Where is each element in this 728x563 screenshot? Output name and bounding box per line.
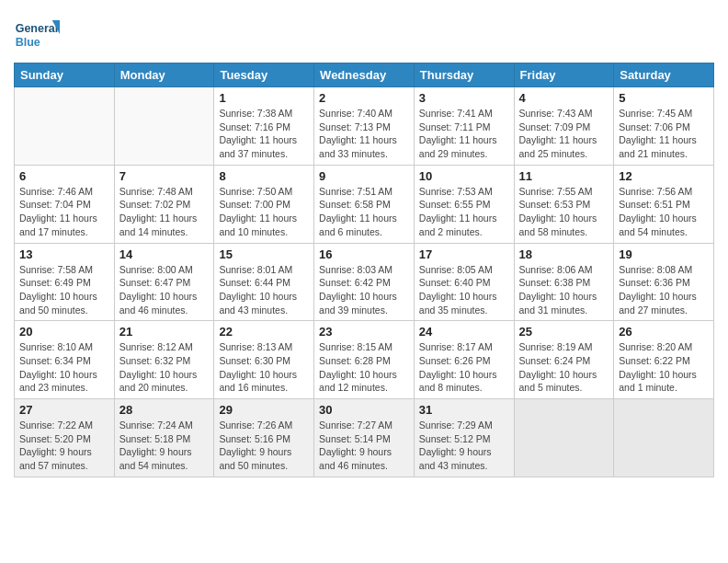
day-number: 19 [619, 247, 709, 261]
calendar-day-cell: 3Sunrise: 7:41 AM Sunset: 7:11 PM Daylig… [414, 87, 514, 166]
day-number: 10 [419, 169, 509, 183]
day-info: Sunrise: 7:56 AM Sunset: 6:51 PM Dayligh… [619, 185, 709, 239]
day-info: Sunrise: 7:24 AM Sunset: 5:18 PM Dayligh… [119, 419, 210, 473]
day-info: Sunrise: 8:08 AM Sunset: 6:36 PM Dayligh… [619, 263, 709, 317]
day-number: 22 [219, 325, 309, 339]
day-number: 17 [419, 247, 509, 261]
day-number: 31 [419, 403, 509, 417]
day-number: 8 [219, 169, 309, 183]
calendar-header-thursday: Thursday [414, 63, 514, 87]
calendar-week-row: 20Sunrise: 8:10 AM Sunset: 6:34 PM Dayli… [15, 321, 714, 399]
day-info: Sunrise: 8:10 AM Sunset: 6:34 PM Dayligh… [19, 340, 109, 395]
day-number: 15 [219, 247, 309, 261]
day-info: Sunrise: 8:20 AM Sunset: 6:22 PM Dayligh… [619, 340, 709, 395]
day-info: Sunrise: 8:15 AM Sunset: 6:28 PM Dayligh… [319, 340, 409, 395]
day-info: Sunrise: 7:46 AM Sunset: 7:04 PM Dayligh… [19, 185, 109, 239]
calendar-day-cell: 9Sunrise: 7:51 AM Sunset: 6:58 PM Daylig… [314, 165, 415, 243]
day-info: Sunrise: 7:48 AM Sunset: 7:02 PM Dayligh… [119, 185, 210, 239]
calendar-day-cell: 4Sunrise: 7:43 AM Sunset: 7:09 PM Daylig… [514, 87, 614, 166]
calendar-day-cell: 30Sunrise: 7:27 AM Sunset: 5:14 PM Dayli… [314, 399, 415, 477]
calendar-header-sunday: Sunday [15, 63, 115, 87]
calendar-day-cell: 5Sunrise: 7:45 AM Sunset: 7:06 PM Daylig… [614, 87, 714, 166]
calendar-day-cell: 29Sunrise: 7:26 AM Sunset: 5:16 PM Dayli… [214, 399, 314, 477]
day-info: Sunrise: 7:50 AM Sunset: 7:00 PM Dayligh… [219, 185, 309, 239]
day-number: 6 [19, 169, 109, 183]
calendar-day-cell: 8Sunrise: 7:50 AM Sunset: 7:00 PM Daylig… [214, 165, 314, 243]
calendar-table: SundayMondayTuesdayWednesdayThursdayFrid… [14, 63, 714, 477]
calendar-header-tuesday: Tuesday [214, 63, 314, 87]
calendar-header-saturday: Saturday [614, 63, 714, 87]
day-number: 24 [419, 325, 509, 339]
calendar-day-cell: 23Sunrise: 8:15 AM Sunset: 6:28 PM Dayli… [314, 321, 415, 399]
calendar-day-cell: 17Sunrise: 8:05 AM Sunset: 6:40 PM Dayli… [414, 243, 514, 321]
calendar-day-cell: 16Sunrise: 8:03 AM Sunset: 6:42 PM Dayli… [314, 243, 415, 321]
calendar-week-row: 1Sunrise: 7:38 AM Sunset: 7:16 PM Daylig… [15, 87, 714, 166]
calendar-day-cell: 7Sunrise: 7:48 AM Sunset: 7:02 PM Daylig… [114, 165, 214, 243]
logo-svg: General Blue [14, 14, 60, 55]
day-info: Sunrise: 7:40 AM Sunset: 7:13 PM Dayligh… [319, 107, 409, 161]
calendar-empty-cell [15, 87, 115, 166]
calendar-week-row: 6Sunrise: 7:46 AM Sunset: 7:04 PM Daylig… [15, 165, 714, 243]
calendar-header-wednesday: Wednesday [314, 63, 415, 87]
day-info: Sunrise: 8:05 AM Sunset: 6:40 PM Dayligh… [419, 263, 509, 317]
day-info: Sunrise: 8:03 AM Sunset: 6:42 PM Dayligh… [319, 263, 409, 317]
logo: General Blue [14, 14, 60, 55]
day-number: 27 [19, 403, 109, 417]
calendar-day-cell: 13Sunrise: 7:58 AM Sunset: 6:49 PM Dayli… [15, 243, 115, 321]
day-number: 7 [119, 169, 210, 183]
calendar-empty-cell [114, 87, 214, 166]
day-number: 4 [519, 91, 609, 105]
day-number: 28 [119, 403, 210, 417]
calendar-day-cell: 15Sunrise: 8:01 AM Sunset: 6:44 PM Dayli… [214, 243, 314, 321]
calendar-header-row: SundayMondayTuesdayWednesdayThursdayFrid… [15, 63, 714, 87]
day-info: Sunrise: 7:51 AM Sunset: 6:58 PM Dayligh… [319, 185, 409, 239]
svg-text:General: General [16, 22, 59, 35]
day-number: 23 [319, 325, 409, 339]
day-number: 11 [519, 169, 609, 183]
calendar-day-cell: 6Sunrise: 7:46 AM Sunset: 7:04 PM Daylig… [15, 165, 115, 243]
day-info: Sunrise: 7:22 AM Sunset: 5:20 PM Dayligh… [19, 419, 109, 473]
svg-text:Blue: Blue [16, 36, 40, 49]
day-info: Sunrise: 7:26 AM Sunset: 5:16 PM Dayligh… [219, 419, 309, 473]
day-info: Sunrise: 7:45 AM Sunset: 7:06 PM Dayligh… [619, 107, 709, 161]
day-number: 21 [119, 325, 210, 339]
day-number: 2 [319, 91, 409, 105]
calendar-day-cell: 20Sunrise: 8:10 AM Sunset: 6:34 PM Dayli… [15, 321, 115, 399]
day-number: 25 [519, 325, 609, 339]
calendar-day-cell: 26Sunrise: 8:20 AM Sunset: 6:22 PM Dayli… [614, 321, 714, 399]
day-number: 9 [319, 169, 409, 183]
day-info: Sunrise: 8:13 AM Sunset: 6:30 PM Dayligh… [219, 340, 309, 395]
calendar-day-cell: 28Sunrise: 7:24 AM Sunset: 5:18 PM Dayli… [114, 399, 214, 477]
calendar-day-cell: 31Sunrise: 7:29 AM Sunset: 5:12 PM Dayli… [414, 399, 514, 477]
day-info: Sunrise: 8:19 AM Sunset: 6:24 PM Dayligh… [519, 340, 609, 395]
day-number: 20 [19, 325, 109, 339]
day-info: Sunrise: 7:27 AM Sunset: 5:14 PM Dayligh… [319, 419, 409, 473]
day-number: 5 [619, 91, 709, 105]
day-info: Sunrise: 7:53 AM Sunset: 6:55 PM Dayligh… [419, 185, 509, 239]
calendar-header-friday: Friday [514, 63, 614, 87]
day-number: 26 [619, 325, 709, 339]
page-header: General Blue [14, 14, 714, 55]
day-number: 29 [219, 403, 309, 417]
calendar-empty-cell [514, 399, 614, 477]
calendar-day-cell: 10Sunrise: 7:53 AM Sunset: 6:55 PM Dayli… [414, 165, 514, 243]
day-info: Sunrise: 7:55 AM Sunset: 6:53 PM Dayligh… [519, 185, 609, 239]
day-number: 18 [519, 247, 609, 261]
calendar-day-cell: 24Sunrise: 8:17 AM Sunset: 6:26 PM Dayli… [414, 321, 514, 399]
day-number: 30 [319, 403, 409, 417]
day-info: Sunrise: 8:01 AM Sunset: 6:44 PM Dayligh… [219, 263, 309, 317]
day-info: Sunrise: 8:12 AM Sunset: 6:32 PM Dayligh… [119, 340, 210, 395]
day-info: Sunrise: 7:43 AM Sunset: 7:09 PM Dayligh… [519, 107, 609, 161]
day-number: 14 [119, 247, 210, 261]
calendar-empty-cell [614, 399, 714, 477]
calendar-day-cell: 18Sunrise: 8:06 AM Sunset: 6:38 PM Dayli… [514, 243, 614, 321]
day-info: Sunrise: 8:17 AM Sunset: 6:26 PM Dayligh… [419, 340, 509, 395]
day-number: 1 [219, 91, 309, 105]
day-info: Sunrise: 7:58 AM Sunset: 6:49 PM Dayligh… [19, 263, 109, 317]
calendar-day-cell: 14Sunrise: 8:00 AM Sunset: 6:47 PM Dayli… [114, 243, 214, 321]
calendar-day-cell: 1Sunrise: 7:38 AM Sunset: 7:16 PM Daylig… [214, 87, 314, 166]
calendar-day-cell: 19Sunrise: 8:08 AM Sunset: 6:36 PM Dayli… [614, 243, 714, 321]
day-number: 3 [419, 91, 509, 105]
calendar-header-monday: Monday [114, 63, 214, 87]
day-info: Sunrise: 8:00 AM Sunset: 6:47 PM Dayligh… [119, 263, 210, 317]
